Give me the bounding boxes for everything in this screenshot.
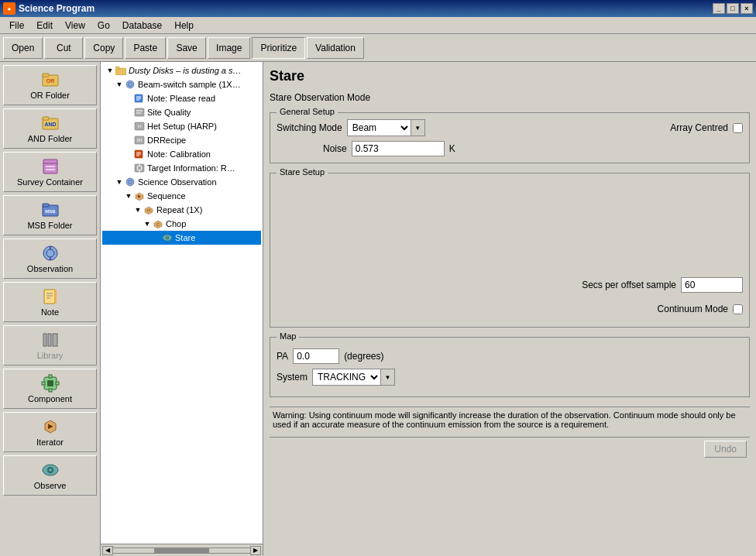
observe-label: Observe: [34, 481, 67, 490]
scroll-left-button[interactable]: ◀: [102, 546, 113, 555]
note-label: Note: [41, 307, 59, 317]
cut-button[interactable]: Cut: [44, 37, 83, 59]
svg-rect-22: [43, 334, 46, 346]
menu-view[interactable]: View: [59, 19, 91, 33]
stare-label: Stare: [175, 233, 195, 242]
copy-button[interactable]: Copy: [84, 37, 123, 59]
secs-per-offset-input[interactable]: [681, 277, 743, 293]
and-folder-button[interactable]: AND AND Folder: [3, 108, 97, 149]
map-title: Map: [277, 331, 299, 341]
survey-container-label: Survey Container: [17, 177, 83, 187]
tree-item-drrecipe[interactable]: ▶ DR DRRecipe: [102, 133, 261, 147]
array-centred-checkbox[interactable]: [733, 123, 743, 133]
msb-folder-icon: MSB: [41, 201, 60, 219]
validation-button[interactable]: Validation: [307, 37, 364, 59]
svg-text:OR: OR: [46, 78, 54, 84]
scroll-right-button[interactable]: ▶: [250, 546, 261, 555]
note-calibration-icon: [133, 148, 146, 160]
secs-per-offset-label: Secs per offset sample: [582, 280, 676, 290]
maximize-button[interactable]: □: [727, 3, 739, 14]
tree-item-sequence[interactable]: ▼ ▶ Sequence: [102, 189, 261, 203]
note-button[interactable]: Note: [3, 282, 97, 322]
svg-rect-43: [135, 108, 144, 116]
component-button[interactable]: Component: [3, 369, 97, 409]
tree-panel: ▼ Dusty Disks – is dusting a s… ▼: [101, 62, 263, 556]
system-select-arrow[interactable]: ▼: [380, 369, 394, 385]
secs-per-offset-row: Secs per offset sample: [582, 277, 743, 293]
menu-database[interactable]: Database: [116, 19, 168, 33]
tree-item-science-obs[interactable]: ▼ Science Observation: [102, 175, 261, 189]
chop-icon: C: [152, 218, 164, 230]
continuum-mode-row: Continuum Mode: [658, 304, 743, 314]
map-box: Map PA (degrees) System TRACKING AZEL FP…: [270, 337, 750, 397]
svg-text:DR: DR: [136, 138, 143, 142]
svg-rect-1: [43, 74, 49, 77]
tree-item-chop[interactable]: ▼ C Chop: [102, 217, 261, 231]
pa-unit: (degrees): [344, 351, 383, 362]
or-folder-label: OR Folder: [30, 91, 70, 100]
menu-edit[interactable]: Edit: [30, 19, 59, 33]
iterator-label: Iterator: [36, 438, 64, 447]
site-quality-icon: [133, 106, 146, 118]
bottom-bar: Undo: [270, 437, 750, 461]
svg-rect-11: [43, 204, 49, 207]
tree-scrollbar[interactable]: ◀ ▶: [101, 544, 263, 556]
close-button[interactable]: ×: [741, 3, 753, 14]
scroll-thumb[interactable]: [154, 548, 209, 553]
observe-button[interactable]: Observe: [3, 455, 97, 496]
minimize-button[interactable]: _: [713, 3, 725, 14]
tree-item-het-setup[interactable]: ▶ H Het Setup (HARP): [102, 119, 261, 133]
system-select[interactable]: TRACKING AZEL FPLANE: [313, 369, 380, 385]
iterator-button[interactable]: ▶ Iterator: [3, 412, 97, 452]
undo-button[interactable]: Undo: [704, 441, 747, 458]
title-bar-text: Science Program: [19, 3, 94, 14]
pa-input[interactable]: [293, 348, 339, 364]
svg-text:▶: ▶: [138, 194, 141, 198]
stare-setup-title: Stare Setup: [277, 167, 328, 177]
svg-rect-23: [48, 334, 51, 346]
menu-help[interactable]: Help: [168, 19, 200, 33]
tree-item-note-calibration[interactable]: ▶ Note: Calibration: [102, 147, 261, 161]
msb-folder-button[interactable]: MSB MSB Folder: [3, 195, 97, 235]
svg-point-65: [167, 237, 168, 239]
tree-item-repeat[interactable]: ▼ 1X Repeat (1X): [102, 203, 261, 217]
tree-content: ▼ Dusty Disks – is dusting a s… ▼: [101, 62, 263, 544]
or-folder-button[interactable]: OR OR Folder: [3, 65, 97, 105]
stare-icon: [161, 232, 174, 244]
continuum-mode-checkbox[interactable]: [733, 304, 743, 314]
save-button[interactable]: Save: [167, 37, 206, 59]
survey-container-icon: [41, 157, 60, 176]
system-select-wrapper[interactable]: TRACKING AZEL FPLANE ▼: [312, 369, 395, 386]
noise-input[interactable]: [352, 141, 445, 156]
system-label: System: [277, 372, 308, 383]
tree-item-beam-switch[interactable]: ▼ Beam-switch sample (1X…: [102, 77, 261, 91]
repeat-label: Repeat (1X): [156, 205, 202, 215]
menu-file[interactable]: File: [3, 19, 30, 33]
tree-item-stare[interactable]: ▶ Stare: [102, 231, 261, 245]
note-calibration-label: Note: Calibration: [147, 149, 211, 159]
open-button[interactable]: Open: [3, 37, 43, 59]
tree-item-site-quality[interactable]: ▶ Site Quality: [102, 105, 261, 119]
note-please-read-label: Note: Please read: [147, 94, 215, 103]
science-obs-icon: [124, 176, 136, 188]
tree-item-root[interactable]: ▼ Dusty Disks – is dusting a s…: [102, 63, 261, 77]
observation-button[interactable]: Observation: [3, 239, 97, 279]
tree-item-root-label: Dusty Disks – is dusting a s…: [129, 66, 242, 75]
tree-item-note-please-read[interactable]: ▶ Note: Please read: [102, 91, 261, 105]
library-button[interactable]: Library: [3, 325, 97, 366]
survey-container-button[interactable]: Survey Container: [3, 152, 97, 192]
svg-text:AND: AND: [44, 122, 56, 127]
tree-item-target-info[interactable]: ▶ Target Information: R…: [102, 161, 261, 175]
svg-rect-28: [56, 382, 59, 385]
paste-button[interactable]: Paste: [125, 37, 166, 59]
switching-mode-arrow[interactable]: ▼: [411, 120, 424, 136]
image-button[interactable]: Image: [208, 37, 250, 59]
menu-go[interactable]: Go: [91, 19, 116, 33]
prioritize-button[interactable]: Prioritize: [252, 37, 305, 59]
noise-row: Noise K: [323, 141, 743, 156]
switching-mode-select-wrapper[interactable]: Beam None Position Frequency ▼: [347, 119, 425, 136]
beam-switch-label: Beam-switch sample (1X…: [138, 80, 241, 89]
library-label: Library: [37, 351, 64, 360]
switching-mode-select[interactable]: Beam None Position Frequency: [348, 120, 411, 136]
msb-folder-label: MSB Folder: [27, 221, 72, 230]
